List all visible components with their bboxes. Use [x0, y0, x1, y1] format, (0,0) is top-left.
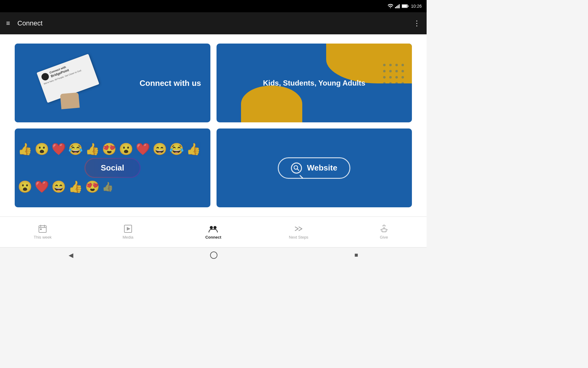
- social-button[interactable]: Social: [85, 158, 141, 178]
- top-bar: ≡ Connect ⋮: [0, 12, 427, 34]
- card-connect-with-us[interactable]: Connect with BridgePoint We're here. All…: [15, 44, 210, 122]
- svg-rect-6: [408, 6, 409, 7]
- social-button-wrapper: Social: [85, 158, 141, 178]
- card-social[interactable]: 👍😮❤️😂 👍😍😮❤️ 😄😂👍😮 ❤️😄👍😍 👍 Social: [15, 128, 210, 207]
- status-bar: 10:26: [0, 0, 427, 12]
- nav-item-give[interactable]: Give: [341, 224, 427, 240]
- svg-point-32: [210, 226, 213, 229]
- kids-yellow-shape-bottom: [241, 86, 302, 122]
- nav-label-next-steps: Next Steps: [289, 235, 308, 240]
- main-content: Connect with BridgePoint We're here. All…: [0, 34, 427, 217]
- svg-rect-2: [398, 5, 398, 8]
- svg-rect-29: [40, 228, 42, 230]
- svg-rect-5: [402, 5, 407, 7]
- card-kids-students[interactable]: Kids, Students, Young Adults: [217, 44, 412, 122]
- card-kids-label: Kids, Students, Young Adults: [254, 79, 375, 87]
- wifi-icon: [388, 4, 393, 8]
- svg-point-7: [383, 64, 386, 66]
- page-title: Connect: [17, 19, 43, 27]
- svg-point-12: [389, 70, 392, 72]
- svg-point-20: [389, 82, 392, 85]
- give-icon: [379, 224, 389, 233]
- cards-grid: Connect with BridgePoint We're here. All…: [15, 44, 412, 207]
- svg-rect-3: [399, 4, 400, 8]
- nav-item-this-week[interactable]: This week: [0, 224, 85, 240]
- svg-point-33: [213, 226, 217, 229]
- bottom-nav: This week Media Connect Next Steps: [0, 217, 427, 247]
- kids-dots-pattern: [381, 62, 406, 86]
- battery-icon: [402, 4, 409, 8]
- nav-item-next-steps[interactable]: Next Steps: [256, 224, 341, 240]
- website-search-box: Website: [278, 157, 350, 179]
- svg-point-11: [383, 70, 386, 72]
- top-bar-left: ≡ Connect: [6, 19, 43, 27]
- svg-line-24: [297, 169, 299, 171]
- svg-point-18: [401, 76, 404, 79]
- search-icon: [291, 163, 302, 174]
- nav-item-connect[interactable]: Connect: [171, 224, 256, 240]
- svg-point-13: [395, 70, 398, 72]
- svg-rect-1: [396, 6, 397, 8]
- back-button[interactable]: ◀: [69, 251, 73, 259]
- signal-icon: [395, 4, 400, 8]
- more-options-button[interactable]: ⋮: [413, 19, 420, 28]
- website-label: Website: [307, 163, 337, 173]
- svg-point-15: [383, 76, 386, 79]
- status-time: 10:26: [411, 4, 422, 9]
- menu-button[interactable]: ≡: [6, 19, 10, 27]
- media-icon: [124, 224, 132, 233]
- svg-point-19: [383, 82, 386, 85]
- next-steps-icon: [294, 224, 303, 233]
- svg-point-16: [389, 76, 392, 79]
- svg-rect-0: [395, 7, 396, 8]
- android-nav: ◀ ■: [0, 247, 427, 263]
- nav-item-media[interactable]: Media: [85, 224, 171, 240]
- svg-point-14: [401, 70, 404, 72]
- recent-button[interactable]: ■: [354, 251, 358, 259]
- svg-marker-31: [127, 227, 130, 231]
- svg-point-10: [401, 64, 404, 66]
- card-connect-image: Connect with BridgePoint We're here. All…: [15, 44, 122, 122]
- svg-point-22: [401, 82, 404, 85]
- home-button[interactable]: [210, 251, 217, 259]
- connect-icon: [208, 224, 218, 233]
- svg-point-17: [395, 76, 398, 79]
- nav-label-connect: Connect: [205, 235, 221, 240]
- svg-point-8: [389, 64, 392, 66]
- svg-point-9: [395, 64, 398, 66]
- card-connect-label: Connect with us: [140, 78, 201, 88]
- nav-label-give: Give: [380, 235, 388, 240]
- status-icons: [388, 4, 409, 8]
- card-website[interactable]: Website: [217, 128, 412, 207]
- svg-rect-25: [39, 226, 46, 232]
- nav-label-media: Media: [123, 235, 133, 240]
- this-week-icon: [38, 224, 47, 233]
- svg-point-21: [395, 82, 398, 85]
- nav-label-this-week: This week: [34, 235, 52, 240]
- search-svg: [294, 165, 299, 171]
